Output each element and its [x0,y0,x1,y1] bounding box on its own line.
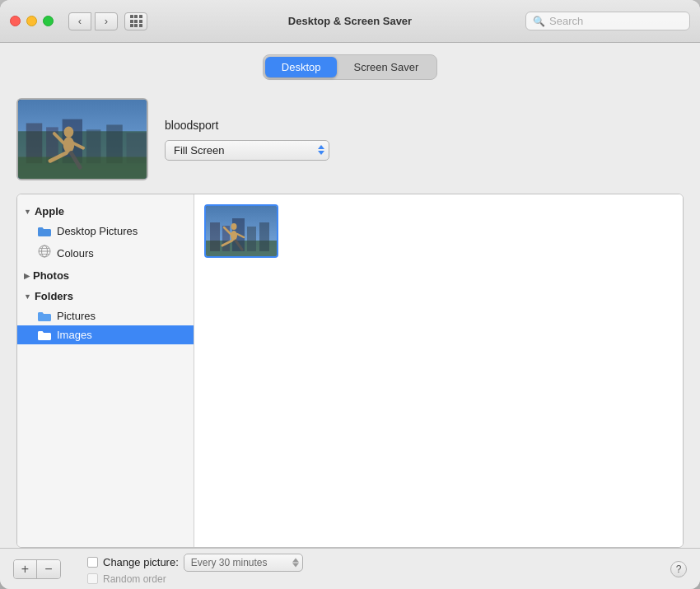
desktop-pictures-label: Desktop Pictures [57,225,138,237]
svg-rect-8 [18,157,147,179]
wallpaper-name: bloodsport [165,119,329,132]
thumbnail-bloodsport[interactable] [204,204,278,258]
apple-section-label: Apple [35,205,64,217]
folders-triangle-icon: ▼ [24,292,31,301]
interval-select-wrapper: Every 5 seconds Every 1 minute Every 5 m… [184,554,303,572]
svg-point-9 [63,137,75,153]
change-picture-label: Change picture: [103,556,179,568]
search-box[interactable]: 🔍 [525,12,690,30]
help-button[interactable]: ? [670,561,687,577]
images-label: Images [57,329,92,341]
sidebar-section-photos[interactable]: ▶ Photos [17,265,194,286]
minimize-button[interactable] [26,16,37,26]
fill-select-wrapper: Fill Screen Fit to Screen Stretch to Fil… [165,140,329,161]
thumbnail-image [206,206,278,258]
apple-triangle-icon: ▼ [24,208,31,216]
current-wallpaper-section: bloodsport Fill Screen Fit to Screen Str… [16,88,684,194]
svg-point-28 [231,223,237,230]
window-title: Desktop & Screen Saver [288,15,412,27]
desktop-tab[interactable]: Desktop [265,57,338,77]
browser-area: ▼ Apple Desktop Pictures [16,194,684,548]
photos-section-label: Photos [33,269,69,282]
change-picture-checkbox[interactable] [87,557,98,568]
random-order-row: Random order [87,573,303,585]
sidebar-section-apple[interactable]: ▼ Apple [17,201,194,222]
window: ‹ › Desktop & Screen Saver 🔍 Desktop Scr… [0,0,700,589]
interval-select[interactable]: Every 5 seconds Every 1 minute Every 5 m… [184,554,303,572]
titlebar: ‹ › Desktop & Screen Saver 🔍 [0,0,700,43]
folder-icon [37,226,52,237]
remove-button[interactable]: − [37,560,60,578]
bottom-right-controls: Change picture: Every 5 seconds Every 1 … [87,554,303,585]
change-picture-section: Change picture: Every 5 seconds Every 1 … [84,554,303,585]
folders-section-label: Folders [35,290,73,302]
grid-icon [130,15,142,27]
photos-triangle-icon: ▶ [24,272,30,280]
back-icon: ‹ [78,15,82,27]
sidebar-item-colours[interactable]: Colours [17,241,194,265]
back-button[interactable]: ‹ [68,12,91,30]
close-button[interactable] [10,16,21,26]
toolbar-area: Desktop Screen Saver [0,43,700,88]
segmented-control: Desktop Screen Saver [263,54,437,80]
sidebar: ▼ Apple Desktop Pictures [17,194,194,547]
image-grid [194,194,683,547]
add-button[interactable]: + [14,560,37,578]
maximize-button[interactable] [43,16,54,26]
sidebar-section-folders[interactable]: ▼ Folders [17,286,194,306]
random-order-label: Random order [103,573,166,585]
wallpaper-preview [16,98,148,180]
svg-point-27 [231,231,237,241]
search-input[interactable] [549,15,683,27]
colours-label: Colours [57,247,94,259]
globe-icon [37,244,52,262]
svg-rect-26 [259,222,269,251]
grid-view-button[interactable] [124,12,147,30]
fill-select[interactable]: Fill Screen Fit to Screen Stretch to Fil… [165,140,329,161]
random-order-checkbox[interactable] [87,573,98,584]
svg-point-10 [64,126,74,138]
screensaver-tab[interactable]: Screen Saver [337,57,435,77]
forward-icon: › [105,15,108,27]
thumbnail-inner [206,206,277,256]
add-remove-buttons: + − [13,559,61,579]
images-folder-icon [37,330,52,341]
wallpaper-preview-inner [18,100,147,179]
traffic-lights [10,16,54,26]
nav-buttons: ‹ › [68,12,118,30]
sidebar-item-images[interactable]: Images [17,325,194,344]
sidebar-item-pictures[interactable]: Pictures [17,306,194,325]
sidebar-item-desktop-pictures[interactable]: Desktop Pictures [17,222,194,241]
main-content: bloodsport Fill Screen Fit to Screen Str… [0,88,700,548]
pictures-folder-icon [37,311,52,322]
wallpaper-image [18,98,147,180]
forward-button[interactable]: › [95,12,118,30]
wallpaper-info: bloodsport Fill Screen Fit to Screen Str… [165,119,329,161]
search-icon: 🔍 [533,16,545,27]
bottom-bar: + − Change picture: Every 5 seconds Ever… [0,548,700,589]
pictures-label: Pictures [57,310,96,322]
svg-rect-25 [247,227,256,251]
change-picture-row: Change picture: Every 5 seconds Every 1 … [87,554,303,572]
svg-rect-22 [210,222,220,251]
